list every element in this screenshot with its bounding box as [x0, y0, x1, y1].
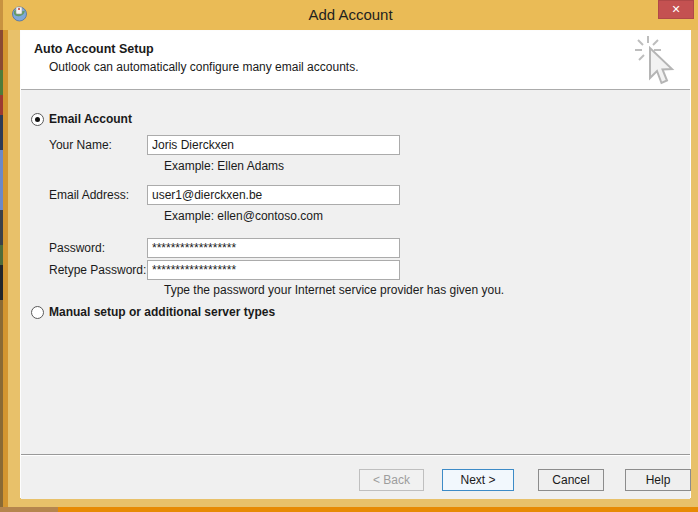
add-account-window: Add Account ✕ Auto Account Setup Outlook… [3, 0, 698, 507]
radio-email-account[interactable] [31, 113, 44, 126]
back-button[interactable]: < Back [359, 469, 424, 491]
magic-cursor-sparkle-icon [634, 34, 680, 88]
retype-password-label: Retype Password: [49, 263, 146, 277]
desktop-taskbar-strip [0, 507, 698, 512]
next-button[interactable]: Next > [442, 469, 514, 491]
window-title: Add Account [3, 6, 698, 23]
dialog-header-subtitle: Outlook can automatically configure many… [49, 60, 359, 74]
screen: Add Account ✕ Auto Account Setup Outlook… [0, 0, 698, 512]
password-hint: Type the password your Internet service … [164, 283, 504, 297]
add-account-dialog: Auto Account Setup Outlook can automatic… [20, 30, 691, 498]
email-address-input[interactable] [147, 185, 400, 205]
your-name-label: Your Name: [49, 138, 112, 152]
password-input[interactable] [147, 238, 400, 258]
your-name-input[interactable] [147, 135, 400, 155]
help-button[interactable]: Help [625, 469, 691, 491]
close-button[interactable]: ✕ [658, 0, 694, 19]
cancel-button[interactable]: Cancel [538, 469, 604, 491]
titlebar[interactable]: Add Account ✕ [3, 0, 698, 30]
desktop-taskbar-strip-left [0, 507, 58, 512]
dialog-footer: < Back Next > Cancel Help [21, 454, 690, 499]
radio-manual-setup-label: Manual setup or additional server types [49, 305, 275, 319]
your-name-example: Example: Ellen Adams [164, 159, 284, 173]
radio-email-account-label: Email Account [49, 112, 132, 126]
radio-manual-setup[interactable] [31, 306, 44, 319]
email-address-example: Example: ellen@contoso.com [164, 209, 323, 223]
retype-password-input[interactable] [147, 260, 400, 280]
window-border [3, 0, 8, 507]
password-label: Password: [49, 241, 105, 255]
dialog-header-title: Auto Account Setup [34, 42, 154, 56]
dialog-header: Auto Account Setup Outlook can automatic… [21, 31, 690, 90]
email-address-label: Email Address: [49, 188, 129, 202]
